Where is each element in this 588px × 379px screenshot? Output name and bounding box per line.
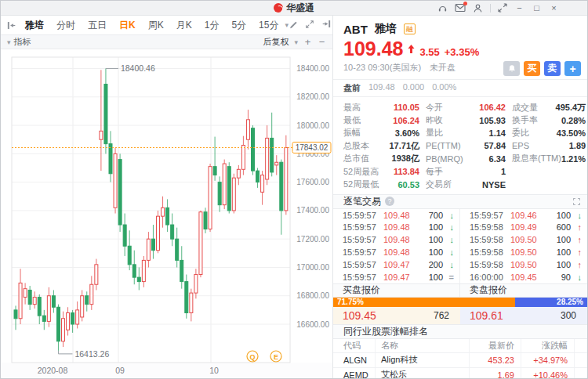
tick-trades-title: 逐笔交易 (343, 195, 381, 208)
svg-text:E: E (274, 353, 278, 361)
stat-value: 43.50% (557, 128, 586, 138)
industry-row[interactable]: ALGNAlign科技453.23+34.97% (333, 353, 587, 368)
svg-text:18400.00: 18400.00 (296, 64, 329, 73)
svg-text:Q: Q (249, 353, 255, 361)
stat-label: 最高 (343, 102, 361, 114)
premarket-change: 0.000 (403, 82, 425, 94)
ask-quote-cell[interactable]: 109.61 300 (460, 307, 587, 324)
tick-direction-down-icon: ↓ (571, 273, 582, 282)
close-button[interactable]: × (549, 4, 559, 13)
stat-label: EPS (512, 141, 529, 150)
premarket-pct: 0.00% (432, 82, 456, 94)
indicator-label[interactable]: 指标 (14, 36, 31, 48)
stat-cell: PB(MRQ)6.34 (426, 153, 506, 165)
ask-volume: 300 (561, 310, 576, 321)
sell-button[interactable]: 卖 (544, 61, 561, 76)
zoom-in-button[interactable]: + (303, 37, 312, 47)
tick-time: 15:59:58 (470, 235, 510, 244)
stat-label: 昨收 (426, 114, 443, 126)
premarket-label: 盘前 (343, 82, 361, 94)
stat-value: 105.93 (479, 116, 506, 125)
premarket-price: 109.48 (368, 82, 395, 94)
industry-symbol: ALGN (333, 353, 376, 367)
tick-direction-down-icon: ↓ (443, 211, 454, 220)
stock-symbol: ABT (343, 23, 368, 36)
stat-cell: 52周最高113.84 (343, 165, 419, 178)
add-watchlist-button[interactable]: + (564, 61, 581, 76)
stat-value: 1 (501, 167, 506, 176)
notification-dot (463, 2, 467, 5)
tab-weekly-k[interactable]: 周K (142, 19, 170, 32)
app-window: 华盛通 − □ × (0, 0, 588, 379)
price-change-pct: +3.35% (445, 46, 479, 58)
svg-text:18400.46: 18400.46 (121, 63, 155, 73)
industry-table-header: 代码名称最新价涨跌幅 (333, 339, 587, 354)
tick-time: 15:59:57 (343, 235, 383, 244)
expand-ticks-icon[interactable] (572, 197, 581, 206)
help-icon[interactable]: ? (385, 197, 394, 206)
adjust-mode-caret-icon[interactable]: ▾ (294, 38, 298, 46)
support-headset-icon[interactable] (437, 3, 448, 13)
industry-row-spacer (575, 353, 587, 367)
stat-value: 113.84 (394, 167, 419, 176)
tick-column-right: 15:59:57109.46100↓15:59:58109.49600↑15:5… (460, 209, 587, 283)
candlestick-chart[interactable]: 18400.0018200.0018000.0017800.0017600.00… (1, 49, 332, 379)
tab-1min[interactable]: 1分 (198, 19, 226, 32)
bid-quote-cell[interactable]: 109.45 762 (333, 307, 460, 324)
tab-5min[interactable]: 5分 (225, 19, 252, 32)
fullscreen-icon[interactable] (305, 18, 314, 32)
titlebar[interactable]: 华盛通 − □ × (1, 1, 587, 16)
stats-grid: 最高110.05今开106.42成交量495.4万最低106.24昨收105.9… (333, 97, 587, 194)
margin-badge: 融 (404, 23, 416, 34)
tab-monthly-k[interactable]: 月K (170, 19, 198, 32)
app-name: 华盛通 (286, 2, 314, 15)
zoom-out-button[interactable]: − (318, 37, 326, 47)
tab-five-day[interactable]: 五日 (82, 19, 113, 32)
collapse-window-icon[interactable] (498, 3, 507, 13)
tick-price: 109.46 (510, 211, 547, 220)
tick-volume: 100 (429, 235, 443, 244)
maximize-button[interactable]: □ (532, 4, 542, 13)
messages-mail-icon[interactable] (455, 3, 466, 13)
tick-direction-up-icon: ↑ (571, 235, 582, 244)
session-status: 未开盘 (430, 63, 456, 72)
adjust-mode-selector[interactable]: 后复权 (263, 36, 289, 48)
buy-button[interactable]: 买 (524, 61, 540, 76)
tick-price: 109.47 (383, 273, 420, 282)
stat-label: 振幅 (343, 127, 361, 139)
tick-volume: 100 (557, 247, 571, 257)
tick-volume: 100 (429, 222, 443, 232)
stat-value: NYSE (482, 180, 506, 190)
stat-label: PB(MRQ) (426, 154, 463, 164)
tick-row: 15:59:57109.48100↓ (333, 233, 459, 246)
svg-text:17200.00: 17200.00 (296, 235, 329, 244)
user-profile-icon[interactable] (473, 3, 483, 13)
stat-label: 52周最低 (343, 179, 379, 190)
collapse-panel-icon[interactable] (6, 20, 16, 31)
tick-row: 16:00:00109.4590↓ (460, 271, 587, 283)
tick-volume: 100 (429, 273, 443, 282)
price-alert-button[interactable] (503, 61, 520, 76)
tick-time: 15:59:58 (470, 247, 510, 257)
industry-name: 艾松乐 (376, 368, 470, 379)
panel-toggle-icon[interactable] (321, 18, 332, 32)
tab-15min[interactable]: 15分 (252, 19, 285, 32)
tick-price: 109.47 (383, 260, 420, 269)
minimize-button[interactable]: − (514, 4, 524, 13)
industry-col-header (575, 339, 587, 353)
indicator-caret-icon[interactable]: ▾ (7, 38, 11, 46)
tab-timeline[interactable]: 分时 (50, 19, 82, 32)
stat-cell: 股息率(TTM)1.21% (512, 153, 586, 165)
ask-price: 109.61 (470, 309, 503, 322)
tick-trades-list: 15:59:57109.48700↓15:59:57109.48100↓15:5… (333, 209, 587, 283)
industry-row[interactable]: AEMD艾松乐1.69+10.46% (333, 368, 587, 379)
tick-price: 109.50 (510, 260, 547, 269)
tick-price: 109.48 (383, 235, 420, 244)
tab-stock-name[interactable]: 雅培 (20, 19, 50, 32)
tab-daily-k[interactable]: 日K (113, 19, 142, 32)
stat-value: 1.89 (569, 141, 586, 150)
stat-label: 最低 (343, 114, 361, 126)
tick-time: 15:59:58 (470, 222, 510, 232)
tick-time: 15:59:57 (343, 260, 383, 269)
draw-pencil-icon[interactable] (289, 18, 298, 32)
